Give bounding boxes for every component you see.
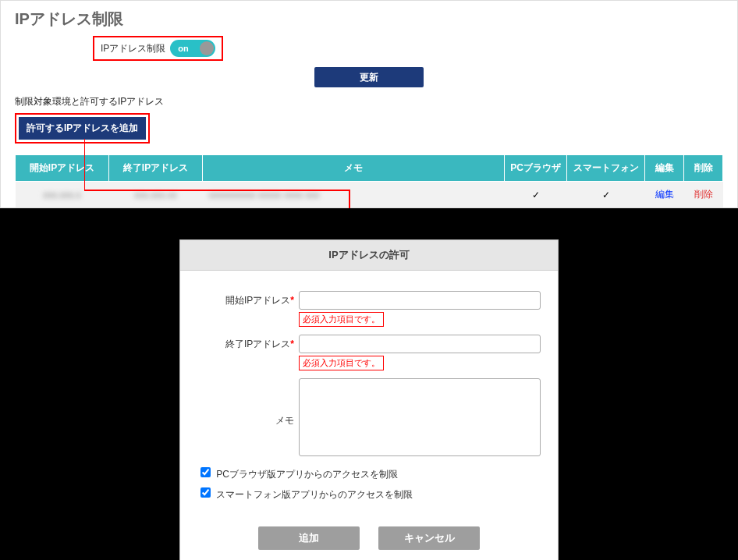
memo-label: メモ xyxy=(275,415,294,426)
memo-textarea[interactable] xyxy=(299,378,541,456)
section-label: 制限対象環境と許可するIPアドレス xyxy=(15,95,723,108)
start-ip-label: 開始IPアドレス xyxy=(225,295,290,306)
sp-restrict-checkbox[interactable] xyxy=(200,487,211,498)
th-del: 削除 xyxy=(684,155,723,182)
end-ip-error: 必須入力項目です。 xyxy=(299,356,384,370)
end-ip-label: 終了IPアドレス xyxy=(225,338,290,349)
pc-restrict-label: PCブラウザ版アプリからのアクセスを制限 xyxy=(216,469,398,480)
required-mark: * xyxy=(290,338,294,349)
th-edit: 編集 xyxy=(645,155,684,182)
check-icon: ✓ xyxy=(602,190,610,200)
required-mark: * xyxy=(290,295,294,306)
cell-memo: xxxxxxxxxx xxxxx xxxx xxx xyxy=(209,190,320,200)
edit-link[interactable]: 編集 xyxy=(655,189,674,200)
toggle-state-text: on xyxy=(178,44,188,53)
page-title: IPアドレス制限 xyxy=(15,9,723,30)
cell-start: xxx.xxx.x xyxy=(43,190,81,200)
ip-table: 開始IPアドレス 終了IPアドレス メモ PCブラウザ スマートフォン 編集 削… xyxy=(15,154,723,207)
ip-restriction-toggle[interactable]: on xyxy=(170,40,215,57)
delete-link[interactable]: 削除 xyxy=(694,189,713,200)
dialog-add-button[interactable]: 追加 xyxy=(258,526,360,550)
table-row: xxx.xxx.x xxx.xxx.xx xxxxxxxxxx xxxxx xx… xyxy=(16,182,723,208)
dialog-cancel-button[interactable]: キャンセル xyxy=(378,526,480,550)
dialog-title: IPアドレスの許可 xyxy=(180,240,558,271)
start-ip-error: 必須入力項目です。 xyxy=(299,312,384,327)
ip-restriction-panel: IPアドレス制限 IPアドレス制限 on 更新 制限対象環境と許可するIPアドレ… xyxy=(0,0,738,208)
toggle-label: IPアドレス制限 xyxy=(101,42,165,55)
update-button[interactable]: 更新 xyxy=(314,67,424,87)
th-pc: PCブラウザ xyxy=(505,155,567,182)
th-start: 開始IPアドレス xyxy=(16,155,109,182)
th-memo: メモ xyxy=(203,155,505,182)
th-end: 終了IPアドレス xyxy=(109,155,203,182)
pc-restrict-checkbox[interactable] xyxy=(200,467,211,477)
start-ip-input[interactable] xyxy=(299,291,541,310)
end-ip-input[interactable] xyxy=(299,335,541,353)
dialog-backdrop: IPアドレスの許可 開始IPアドレス* 必須入力項目です。 終了IPアドレス* xyxy=(0,208,738,560)
add-ip-button[interactable]: 許可するIPアドレスを追加 xyxy=(19,117,146,140)
toggle-knob-icon xyxy=(200,41,214,55)
add-button-highlight: 許可するIPアドレスを追加 xyxy=(15,113,150,144)
check-icon: ✓ xyxy=(532,190,540,200)
th-sp: スマートフォン xyxy=(567,155,645,182)
cell-end: xxx.xxx.xx xyxy=(134,190,177,200)
ip-allow-dialog: IPアドレスの許可 開始IPアドレス* 必須入力項目です。 終了IPアドレス* xyxy=(179,239,559,560)
sp-restrict-label: スマートフォン版アプリからのアクセスを制限 xyxy=(216,489,413,500)
toggle-highlight: IPアドレス制限 on xyxy=(93,36,223,61)
